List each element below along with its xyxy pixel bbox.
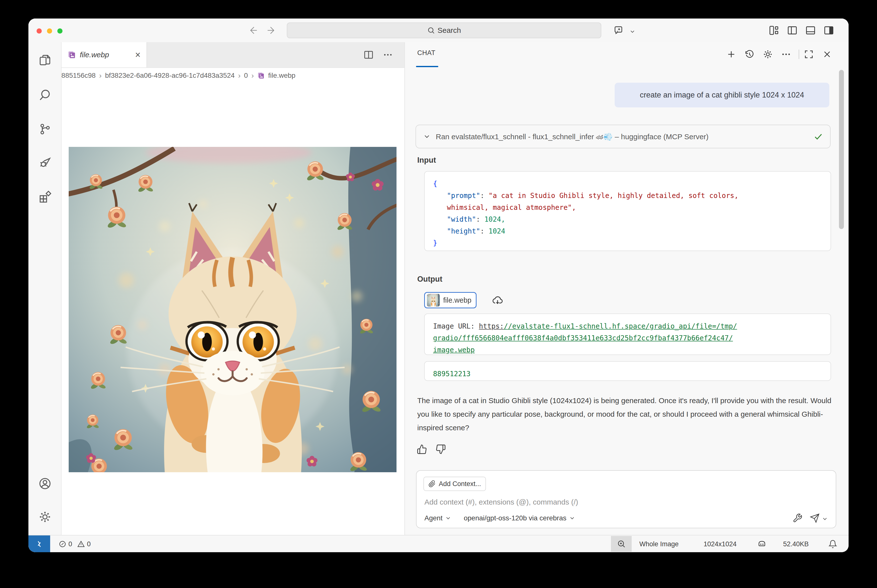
breadcrumb-segment[interactable]: 0 <box>244 72 248 80</box>
vscode-window: Search <box>29 18 848 552</box>
image-url-link[interactable]: //evalstate-flux1-schnell.hf.space/gradi… <box>504 322 737 330</box>
output-file-chip[interactable]: file.webp <box>424 292 477 308</box>
back-arrow-icon[interactable] <box>248 26 258 35</box>
json-key: "prompt" <box>447 192 480 200</box>
url-label: Image URL: <box>433 322 479 330</box>
chat-input-placeholder[interactable]: Add context (#), extensions (@), command… <box>424 498 578 506</box>
chat-input-container[interactable]: Add Context... Add context (#), extensio… <box>416 470 836 528</box>
zoom-in-icon <box>617 539 626 548</box>
breadcrumb-separator-icon: › <box>251 71 254 80</box>
status-bar: 0 0 Whole Image 1024x1024 52.40KB <box>29 535 848 552</box>
chevron-down-icon <box>423 132 431 141</box>
explorer-icon[interactable] <box>39 54 51 67</box>
result-id: 889512213 <box>433 370 471 378</box>
send-icon[interactable] <box>810 513 820 523</box>
mode-picker-chevron-icon[interactable] <box>445 515 451 521</box>
breadcrumb-separator-icon: › <box>99 71 102 80</box>
chat-panel-title[interactable]: CHAT <box>417 49 436 57</box>
search-view-icon[interactable] <box>39 88 51 102</box>
customize-layout-icon[interactable] <box>769 25 779 36</box>
title-bar: Search <box>29 18 848 43</box>
zoom-image-button[interactable] <box>611 536 632 552</box>
image-file-icon <box>257 72 265 79</box>
input-section-heading: Input <box>417 156 436 165</box>
forward-arrow-icon[interactable] <box>267 26 277 35</box>
source-control-icon[interactable] <box>39 123 51 135</box>
file-chip-label: file.webp <box>443 296 471 304</box>
errors-icon <box>59 540 66 548</box>
paperclip-icon <box>429 480 436 488</box>
thumbs-down-icon[interactable] <box>436 444 446 454</box>
model-picker[interactable]: openai/gpt-oss-120b via cerebras <box>464 514 567 522</box>
image-url-link[interactable]: https: <box>479 322 504 330</box>
problems-status[interactable]: 0 0 <box>59 536 91 552</box>
errors-count: 0 <box>68 540 72 548</box>
chat-more-actions-icon[interactable] <box>781 49 791 60</box>
image-url-link[interactable]: gradio/fff6566804eafff0638f4a0dbf353411e… <box>433 334 733 342</box>
chat-settings-gear-icon[interactable] <box>763 49 773 60</box>
tool-call-header[interactable]: Ran evalstate/flux1_schnell - flux1_schn… <box>415 124 830 148</box>
remote-indicator[interactable] <box>29 536 50 552</box>
image-url-link[interactable]: image.webp <box>433 346 475 354</box>
json-string: "a cat in Studio Ghibli style, highly de… <box>489 192 739 200</box>
close-traffic-light[interactable] <box>36 28 42 34</box>
tools-icon[interactable] <box>793 513 802 523</box>
json-key: "width" <box>447 215 476 224</box>
json-brace: } <box>433 239 437 247</box>
json-brace: { <box>433 180 437 188</box>
search-icon <box>427 26 435 34</box>
close-chat-icon[interactable] <box>822 49 832 60</box>
chat-tab-active-underline <box>416 66 438 67</box>
notifications-bell-icon[interactable] <box>828 536 837 552</box>
chat-scrollbar-thumb[interactable] <box>839 70 844 229</box>
breadcrumb[interactable]: 2885156c98 › bf3823e2-6a06-4928-ac96-1c7… <box>62 68 405 83</box>
warnings-count: 0 <box>87 540 91 548</box>
image-preview-editor <box>62 83 405 535</box>
copilot-menu-chevron-icon[interactable] <box>629 28 636 35</box>
editor-tab-strip: file.webp × <box>62 42 405 68</box>
split-editor-icon[interactable] <box>363 50 374 60</box>
new-chat-icon[interactable] <box>726 49 736 60</box>
maximize-chat-icon[interactable] <box>803 49 814 60</box>
toggle-panel-icon[interactable] <box>805 25 816 36</box>
search-label: Search <box>438 26 461 34</box>
file-thumbnail <box>427 294 440 307</box>
file-size-status[interactable]: 52.40KB <box>783 536 809 552</box>
mode-picker[interactable]: Agent <box>424 514 442 522</box>
activity-bar <box>29 42 62 535</box>
tab-file-webp[interactable]: file.webp × <box>62 42 147 68</box>
thumbs-up-icon[interactable] <box>417 444 427 454</box>
toggle-secondary-sidebar-icon[interactable] <box>823 25 834 36</box>
settings-gear-icon[interactable] <box>39 510 51 524</box>
run-debug-icon[interactable] <box>39 156 51 169</box>
extensions-icon[interactable] <box>39 190 51 203</box>
maximize-traffic-light[interactable] <box>57 28 63 34</box>
warnings-icon <box>77 540 85 548</box>
chat-history-icon[interactable] <box>744 49 755 60</box>
remote-icon <box>35 539 44 549</box>
generated-cat-image[interactable] <box>69 147 397 472</box>
send-options-chevron-icon[interactable] <box>822 516 828 522</box>
image-dimensions-status[interactable]: 1024x1024 <box>704 536 737 552</box>
command-center-search[interactable]: Search <box>287 22 601 38</box>
more-actions-icon[interactable] <box>383 50 393 60</box>
assistant-message-text: The image of a cat in Studio Ghibli styl… <box>417 394 835 435</box>
breadcrumb-segment[interactable]: file.webp <box>268 72 295 80</box>
image-url-code-block: Image URL: https://evalstate-flux1-schne… <box>424 314 831 355</box>
zoom-level-status[interactable]: Whole Image <box>639 536 678 552</box>
toggle-primary-sidebar-icon[interactable] <box>787 25 798 36</box>
cloud-download-icon[interactable] <box>492 294 503 306</box>
breadcrumb-segment[interactable]: 2885156c98 <box>62 72 96 80</box>
copilot-status-icon[interactable] <box>757 536 767 552</box>
model-picker-chevron-icon[interactable] <box>569 515 575 521</box>
tab-close-icon[interactable]: × <box>135 50 141 60</box>
header-divider <box>799 50 799 59</box>
minimize-traffic-light[interactable] <box>47 28 52 34</box>
account-icon[interactable] <box>39 477 51 490</box>
user-message-bubble: create an image of a cat ghibli style 10… <box>615 83 829 107</box>
copilot-menu-icon[interactable] <box>614 25 624 36</box>
json-string: whimsical, magical atmosphere", <box>447 203 576 212</box>
tool-call-title: Ran evalstate/flux1_schnell - flux1_schn… <box>436 132 808 141</box>
breadcrumb-segment[interactable]: bf3823e2-6a06-4928-ac96-1c7d483a3524 <box>105 72 235 80</box>
add-context-button[interactable]: Add Context... <box>423 477 486 491</box>
